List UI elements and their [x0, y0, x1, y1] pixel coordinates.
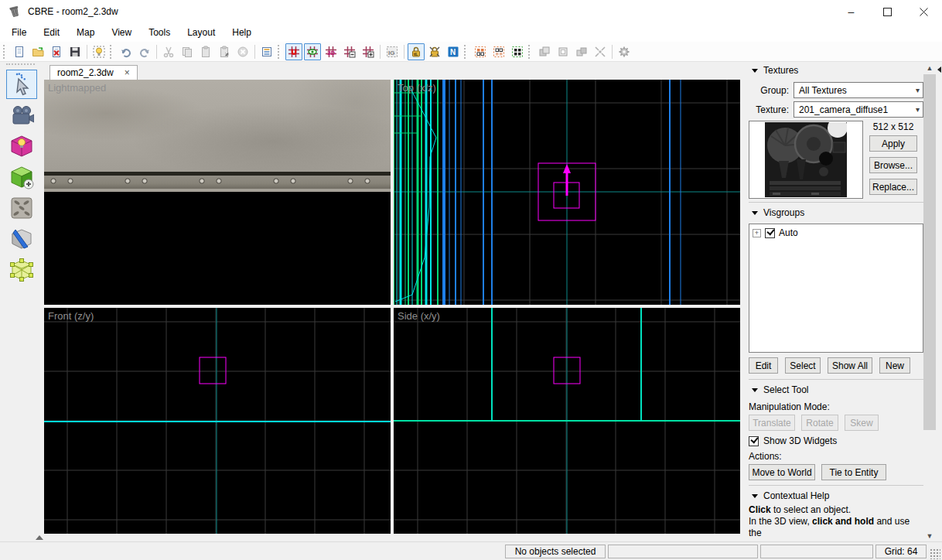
- help-line: Click to select an object.: [749, 504, 923, 516]
- object-properties-button[interactable]: [258, 43, 275, 60]
- viewport-side[interactable]: Side (x/y): [394, 308, 740, 534]
- toolstrip-grip[interactable]: [6, 63, 35, 68]
- toolbar-grip[interactable]: [3, 45, 8, 59]
- clip-tool-button[interactable]: [6, 224, 37, 254]
- entity-tool-icon: [9, 134, 34, 159]
- app-icon: [8, 5, 22, 19]
- undo-button[interactable]: [118, 43, 135, 60]
- menu-view[interactable]: View: [103, 25, 140, 40]
- toolbar-grip[interactable]: [528, 45, 533, 59]
- texture-lock-button[interactable]: tL: [408, 43, 425, 60]
- sidebar-scrollbar[interactable]: ▲ ▼: [923, 62, 936, 541]
- show-grid-button[interactable]: [304, 43, 321, 60]
- close-button[interactable]: [906, 0, 942, 23]
- show-3d-widgets-row[interactable]: Show 3D Widgets: [749, 435, 923, 446]
- smaller-grid-button[interactable]: [341, 43, 358, 60]
- viewport-label-front: Front (z/y): [48, 310, 94, 322]
- object-properties-icon: [261, 46, 273, 58]
- visgroups-new-button[interactable]: New: [879, 357, 910, 374]
- ignore-grouping-button[interactable]: IG: [384, 43, 401, 60]
- toolbar-grip[interactable]: [278, 45, 282, 59]
- bottom-strip: [43, 534, 741, 541]
- manipulation-mode-label: Manipulation Mode:: [749, 401, 923, 412]
- menu-help[interactable]: Help: [224, 25, 260, 40]
- texture-group-select[interactable]: All Textures ▾: [794, 82, 923, 98]
- hide-unselected-icon: [493, 46, 505, 58]
- show-3d-widgets-checkbox[interactable]: [749, 436, 759, 446]
- lighting-options-button[interactable]: [90, 43, 108, 60]
- show-3d-grid-button[interactable]: 3D: [323, 43, 340, 60]
- textures-section-header[interactable]: Textures: [749, 62, 923, 79]
- hide-selected-button[interactable]: [472, 43, 489, 60]
- viewport-3d-lightmapped[interactable]: Lightmapped: [44, 80, 391, 305]
- visgroups-select-button[interactable]: Select: [785, 357, 821, 374]
- menu-bar: FileEditMapViewToolsLayoutHelp: [0, 23, 942, 42]
- contextual-help-section-header[interactable]: Contextual Help: [749, 487, 923, 504]
- scroll-up-icon[interactable]: ▲: [923, 62, 936, 73]
- visgroups-section-header[interactable]: Visgroups: [749, 204, 923, 221]
- menu-tools[interactable]: Tools: [140, 25, 179, 40]
- visgroup-checkbox[interactable]: [765, 228, 775, 238]
- texture-size: 512 x 512: [873, 121, 914, 132]
- viewport-label-lightmapped: Lightmapped: [48, 82, 106, 94]
- visgroup-item-auto[interactable]: + Auto: [753, 227, 920, 238]
- menu-file[interactable]: File: [3, 25, 35, 40]
- toolbar-separator: [380, 45, 381, 59]
- visgroups-show-all-button[interactable]: Show All: [828, 357, 872, 374]
- hide-unselected-button[interactable]: [490, 43, 507, 60]
- hide-null-button[interactable]: N: [445, 43, 462, 60]
- show-all-button[interactable]: [509, 43, 526, 60]
- sidebar-collapse-icon[interactable]: [937, 67, 941, 73]
- ignore-grouping-icon: IG: [386, 46, 398, 58]
- texture-tool-button[interactable]: [6, 193, 37, 223]
- resize-grip-icon[interactable]: [930, 548, 940, 559]
- visgroups-tree[interactable]: + Auto: [749, 224, 923, 353]
- toolbar-grip[interactable]: [110, 45, 114, 59]
- snap-to-grid-button[interactable]: [285, 43, 302, 60]
- toolbar-separator: [156, 45, 157, 59]
- menu-layout[interactable]: Layout: [179, 25, 224, 40]
- camera-tool-button[interactable]: [6, 101, 37, 130]
- visgroups-edit-button[interactable]: Edit: [749, 357, 778, 374]
- toolbar-grip[interactable]: [464, 45, 469, 59]
- redo-button[interactable]: [136, 43, 153, 60]
- texture-select[interactable]: 201_camera_diffuse1 ▾: [794, 101, 923, 118]
- expander-icon[interactable]: +: [753, 229, 761, 237]
- action-move-to-world-button[interactable]: Move to World: [749, 464, 815, 480]
- vertex-tool-button[interactable]: [6, 255, 37, 285]
- snap-selection-button: [592, 43, 609, 60]
- menu-map[interactable]: Map: [68, 25, 103, 40]
- maximize-button[interactable]: [869, 0, 906, 23]
- brush-tool-button[interactable]: [6, 162, 37, 192]
- toolstrip-overflow-icon[interactable]: [36, 535, 43, 540]
- save-file-button[interactable]: [67, 43, 84, 60]
- bigger-grid-button[interactable]: [360, 43, 377, 60]
- scrollbar-thumb[interactable]: [923, 74, 936, 430]
- select-tool-section-header[interactable]: Select Tool: [749, 381, 923, 398]
- texture-scale-lock-button[interactable]: [426, 43, 443, 60]
- replace-button[interactable]: Replace...: [869, 179, 917, 195]
- browse-button[interactable]: Browse...: [869, 157, 917, 173]
- show-all-icon: [511, 46, 524, 58]
- menu-edit[interactable]: Edit: [35, 25, 68, 40]
- action-tie-to-entity-button[interactable]: Tie to Entity: [821, 464, 886, 480]
- open-file-button[interactable]: [29, 43, 46, 60]
- viewport-front[interactable]: Front (z/y): [44, 308, 391, 534]
- minimize-button[interactable]: –: [833, 0, 869, 23]
- viewport-top[interactable]: Top (x/z): [394, 80, 740, 305]
- toolbar-separator: [87, 45, 87, 59]
- new-file-icon: [13, 46, 26, 58]
- scroll-down-icon[interactable]: ▼: [923, 530, 936, 541]
- brush-tool-icon: [9, 165, 34, 190]
- tab-room2[interactable]: room2_2.3dw ×: [49, 65, 138, 80]
- close-file-button[interactable]: [48, 43, 65, 60]
- new-file-button[interactable]: [11, 43, 28, 60]
- select-tool-button[interactable]: [6, 70, 37, 99]
- entity-tool-button[interactable]: [6, 131, 37, 161]
- viewport-grid: Lightmapped Top (x/z) Front (z/y) Side (…: [44, 80, 740, 534]
- tab-close-icon[interactable]: ×: [125, 67, 130, 78]
- delete-button: [234, 43, 251, 60]
- apply-button[interactable]: Apply: [869, 135, 917, 152]
- status-grid-64: Grid: 64: [875, 545, 927, 558]
- selection-arrow: [566, 173, 568, 196]
